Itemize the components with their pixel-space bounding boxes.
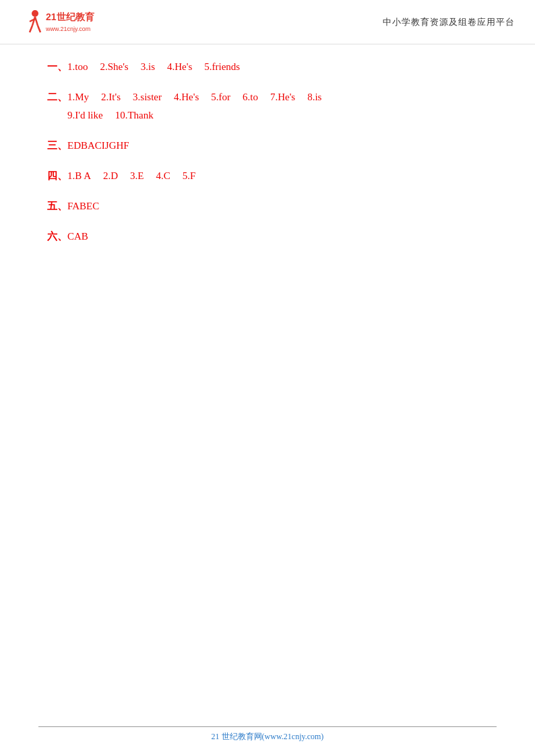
s2-answer-7: 7.He's: [270, 88, 295, 106]
s4-answer-1: 1.B A: [67, 167, 91, 185]
section-5-row: 五、 FABEC: [47, 197, 501, 215]
section-2-label: 二、: [47, 88, 67, 106]
s5-answer-1: FABEC: [67, 197, 99, 215]
section-3: 三、 EDBACIJGHF: [47, 137, 501, 155]
header: 21世纪教育 www.21cnjy.com 中小学教育资源及组卷应用平台: [0, 0, 535, 44]
platform-title: 中小学教育资源及组卷应用平台: [383, 16, 515, 28]
section-6-label: 六、: [47, 228, 67, 246]
s2-answer-4: 4.He's: [174, 88, 199, 106]
s3-answer-1: EDBACIJGHF: [67, 137, 129, 155]
s2-answer-10: 10.Thank: [115, 106, 154, 125]
s2-answer-6: 6.to: [243, 88, 258, 106]
s2-answer-2: 2.It's: [101, 88, 121, 106]
section-6-row: 六、 CAB: [47, 228, 501, 246]
s4-answer-4: 4.C: [156, 167, 170, 185]
s1-answer-3: 3.is: [141, 58, 155, 76]
s2-answer-3: 3.sister: [133, 88, 162, 106]
footer: 21 世纪教育网(www.21cnjy.com): [0, 726, 535, 743]
svg-line-4: [38, 26, 40, 32]
section-4: 四、 1.B A 2.D 3.E 4.C 5.F: [47, 167, 501, 185]
section-1-row: 一、 1.too 2.She's 3.is 4.He's 5.friends: [47, 58, 501, 76]
s2-answer-5: 5.for: [211, 88, 230, 106]
s4-answer-2: 2.D: [103, 167, 118, 185]
section-1-label: 一、: [47, 58, 67, 76]
page: 21世纪教育 www.21cnjy.com 中小学教育资源及组卷应用平台 一、 …: [0, 0, 535, 756]
section-5: 五、 FABEC: [47, 197, 501, 215]
footer-divider: [38, 726, 497, 727]
section-4-label: 四、: [47, 167, 67, 185]
section-1: 一、 1.too 2.She's 3.is 4.He's 5.friends: [47, 58, 501, 76]
section-3-label: 三、: [47, 137, 67, 155]
s4-answer-5: 5.F: [183, 167, 196, 185]
footer-text: 21 世纪教育网(www.21cnjy.com): [0, 731, 535, 743]
s2-answer-1: 1.My: [67, 88, 89, 106]
s2-answer-8: 8.is: [307, 88, 321, 106]
svg-line-3: [30, 26, 32, 32]
s1-answer-5: 5.friends: [204, 58, 240, 76]
svg-point-0: [32, 10, 38, 17]
section-6: 六、 CAB: [47, 228, 501, 246]
s1-answer-2: 2.She's: [100, 58, 128, 76]
s2-answer-9: 9.I'd like: [67, 106, 103, 125]
section-4-row: 四、 1.B A 2.D 3.E 4.C 5.F: [47, 167, 501, 185]
section-2-row2: 9.I'd like 10.Thank: [47, 106, 501, 125]
svg-text:21世纪教育: 21世纪教育: [46, 11, 95, 22]
s1-answer-4: 4.He's: [167, 58, 192, 76]
section-2: 二、 1.My 2.It's 3.sister 4.He's 5.for 6.t…: [47, 88, 501, 125]
section-3-row: 三、 EDBACIJGHF: [47, 137, 501, 155]
content-area: 一、 1.too 2.She's 3.is 4.He's 5.friends 二…: [0, 44, 535, 271]
s1-answer-1: 1.too: [67, 58, 88, 76]
logo-area: 21世纪教育 www.21cnjy.com: [20, 7, 108, 37]
s4-answer-3: 3.E: [130, 167, 144, 185]
s6-answer-1: CAB: [67, 228, 88, 246]
svg-line-2: [35, 17, 38, 26]
svg-text:www.21cnjy.com: www.21cnjy.com: [45, 26, 90, 32]
section-5-label: 五、: [47, 197, 67, 215]
section-2-row1: 二、 1.My 2.It's 3.sister 4.He's 5.for 6.t…: [47, 88, 501, 106]
logo-icon: 21世纪教育 www.21cnjy.com: [20, 7, 108, 37]
